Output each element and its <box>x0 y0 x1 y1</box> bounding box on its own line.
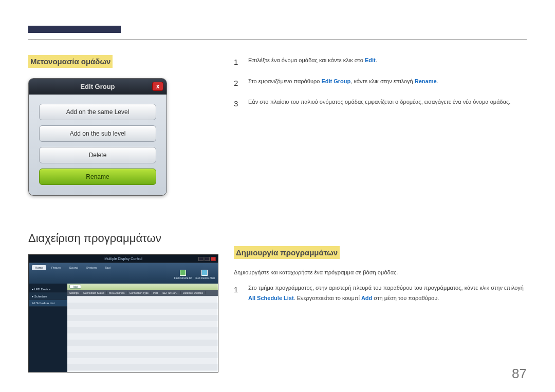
mdc-toolbar: Add <box>67 284 218 290</box>
close-icon[interactable] <box>211 257 216 261</box>
col-port: Port <box>151 291 160 294</box>
delete-button[interactable]: Delete <box>39 147 156 163</box>
intro-text: Δημιουργήστε και καταχωρήστε ένα πρόγραμ… <box>234 269 527 275</box>
step-2: 2 Στο εμφανιζόμενο παράθυρο Edit Group, … <box>234 76 527 91</box>
tab-home[interactable]: Home <box>32 265 46 270</box>
popup-title-text: Edit Group <box>80 83 115 90</box>
col-detected: Detected Devices <box>181 291 206 294</box>
step-text: Εάν στο πλαίσιο του παλιού ονόματος ομάδ… <box>248 97 527 111</box>
tab-sound[interactable]: Sound <box>66 265 81 270</box>
tab-picture[interactable]: Picture <box>48 265 64 270</box>
step-num: 1 <box>234 55 241 70</box>
col-setid: SET ID Ran... <box>160 291 181 294</box>
close-button[interactable]: x <box>152 82 163 91</box>
step-1: 1 Επιλέξτε ένα όνομα ομάδας και κάντε κλ… <box>234 55 527 70</box>
col-conntype: Connection Type <box>127 291 151 294</box>
steps-create: 1 Στο τμήμα προγράμματος, στην αριστερή … <box>234 283 527 304</box>
mdc-sidebar: ▸ LFD Device ▾ Schedule All Schedule Lis… <box>29 284 67 372</box>
step-text: Στο εμφανιζόμενο παράθυρο Edit Group, κά… <box>248 76 527 91</box>
steps-rename: 1 Επιλέξτε ένα όνομα ομάδας και κάντε κλ… <box>234 55 527 111</box>
section-heading-rename: Μετονομασία ομάδων <box>28 55 113 68</box>
step-1: 1 Στο τμήμα προγράμματος, στην αριστερή … <box>234 283 527 304</box>
heading-schedule-management: Διαχείριση προγραμμάτων <box>28 232 218 245</box>
mdc-table-header: Settings Connection Status MAC Address C… <box>67 290 218 296</box>
mdc-grid-body <box>67 296 218 372</box>
window-controls <box>198 257 216 261</box>
sidebar-item-all-schedule[interactable]: All Schedule List <box>29 300 67 307</box>
section-heading-create-schedule: Δημιουργία προγραμμάτων <box>234 246 340 259</box>
step-text: Στο τμήμα προγράμματος, στην αριστερή πλ… <box>248 283 527 304</box>
col-settings: Settings <box>67 291 81 294</box>
step-3: 3 Εάν στο πλαίσιο του παλιού ονόματος ομ… <box>234 97 527 111</box>
step-text: Επιλέξτε ένα όνομα ομάδας και κάντε κλικ… <box>248 55 527 70</box>
sidebar-item-schedule[interactable]: ▾ Schedule <box>29 293 67 300</box>
step-num: 2 <box>234 76 241 91</box>
horizontal-rule <box>28 39 527 40</box>
mdc-ribbon: Home Picture Sound System Tool Fault Dev… <box>29 263 218 284</box>
page-number: 87 <box>512 366 527 382</box>
col-mac: MAC Address <box>107 291 127 294</box>
step-num: 1 <box>234 283 241 304</box>
tab-tool[interactable]: Tool <box>102 265 114 270</box>
tab-system[interactable]: System <box>83 265 100 270</box>
mdc-screenshot: Multiple Display Control Home Picture So… <box>28 254 218 372</box>
col-connstatus: Connection Status <box>81 291 107 294</box>
fault-device-id-icon[interactable]: Fault Device ID <box>174 270 192 279</box>
sidebar-item-lfd[interactable]: ▸ LFD Device <box>29 286 67 293</box>
popup-titlebar: Edit Group x <box>29 79 166 95</box>
mdc-title-text: Multiple Display Control <box>104 257 142 260</box>
add-button[interactable]: Add <box>69 285 81 289</box>
rename-button[interactable]: Rename <box>39 169 156 185</box>
header-accent-bar <box>28 26 121 33</box>
add-sub-level-button[interactable]: Add on the sub level <box>39 125 156 142</box>
maximize-icon[interactable] <box>205 257 210 261</box>
fault-device-alert-icon[interactable]: Fault Device Alert <box>195 270 215 279</box>
step-num: 3 <box>234 97 241 111</box>
add-same-level-button[interactable]: Add on the same Level <box>39 104 156 120</box>
minimize-icon[interactable] <box>198 257 203 261</box>
edit-group-popup: Edit Group x Add on the same Level Add o… <box>28 78 167 196</box>
mdc-window-title: Multiple Display Control <box>29 255 218 263</box>
